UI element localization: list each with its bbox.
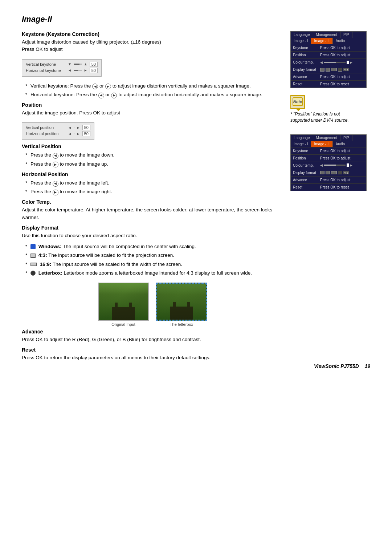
keystone-title: Keystone (Keystone Correction) xyxy=(22,31,283,37)
osd-row-position: Position Press OK to adjust xyxy=(291,51,366,58)
osd-value-keystone: Press OK to adjust xyxy=(320,46,364,50)
display-format-title: Display Format xyxy=(22,225,283,231)
vk-track xyxy=(74,64,82,65)
osd-row-advance: Advance Press OK to adjust xyxy=(291,73,366,80)
or-text: or xyxy=(99,83,104,89)
osd-menu-top: Language Management PIP Image - I Image … xyxy=(290,31,367,88)
osd-icon-sq1 xyxy=(320,68,324,72)
vk-right-arrow: ▲ xyxy=(84,62,87,66)
osd-tabs2-bottom: Image - I Image - II Audio xyxy=(291,141,366,147)
note-svg: Note xyxy=(292,97,303,107)
keystone-body: Adjust image distortion caused by tiltin… xyxy=(22,39,283,53)
reset-section: Reset Press OK to return the display par… xyxy=(22,347,283,361)
osd-tab-audio: Audio xyxy=(333,38,348,44)
position-slider-box: Vertical position ◄ ► 50 Horizontal posi… xyxy=(22,122,94,140)
osd-tab-image1: Image - I xyxy=(291,38,311,44)
color-temp-title: Color Temp. xyxy=(22,199,283,205)
letterbox-icon xyxy=(30,271,36,276)
osd-value-reset: Press OK to reset xyxy=(320,82,364,86)
letterbox-label: Letterbox: xyxy=(38,270,62,276)
vertical-position-row: Vertical position ◄ ► 50 xyxy=(26,125,90,130)
osd-icon-sq3 xyxy=(331,68,337,71)
keystone-bullets: Vertical keystone: Press the ◀ or ▶ to a… xyxy=(25,82,283,99)
vertical-position-title: Vertical Position xyxy=(22,143,283,149)
advance-body: Press OK to adjust the R (Red), G (Green… xyxy=(22,336,283,343)
osd-row-colour: Colour temp. ◀ ▶ xyxy=(291,58,366,66)
43-icon xyxy=(30,254,36,258)
169-label: 16:9: xyxy=(40,262,52,267)
letterbox-caption: The letterbox xyxy=(156,322,207,327)
hk-value: 50 xyxy=(90,68,98,73)
osd-row-advance-b: Advance Press OK to adjust xyxy=(291,176,366,183)
vertical-position-section: Vertical Position Press the ◀ to move th… xyxy=(22,143,283,168)
vertical-position-label: Vertical position xyxy=(26,125,66,130)
osd-label-reset: Reset xyxy=(293,82,320,86)
svg-text:Note: Note xyxy=(293,100,302,104)
advance-section: Advance Press OK to adjust the R (Red), … xyxy=(22,329,283,343)
osd-row-reset: Reset Press OK to reset xyxy=(291,80,366,88)
color-temp-section: Color Temp. Adjust the color temperature… xyxy=(22,199,283,221)
position-section: Position Adjust the image position. Pres… xyxy=(22,102,283,143)
keystone-section: Keystone (Keystone Correction) Adjust im… xyxy=(22,31,283,98)
osd-tabs2-top: Image - I Image - II Audio xyxy=(291,38,366,44)
osd-tabs-bottom: Language Management PIP xyxy=(291,135,366,141)
thumbnail-row: Original Input The letterbox xyxy=(22,283,283,327)
letterbox-thumb xyxy=(156,283,207,321)
page: Image-II Keystone (Keystone Correction) … xyxy=(0,0,392,380)
vk-value: 50 xyxy=(90,62,98,67)
osd-row-display-b: Display format 4:3 xyxy=(291,169,366,176)
osd-tab-management: Management xyxy=(313,32,340,38)
position-title: Position xyxy=(22,102,283,108)
osd-icon-sq2 xyxy=(326,68,330,72)
horizontal-position-title: Horizontal Position xyxy=(22,171,283,177)
right-circle-icon: ▶ xyxy=(105,84,111,89)
vk-left-arrow: ▼ xyxy=(68,62,72,66)
hk-left-arrow: ◄ xyxy=(68,68,72,72)
right-column: Language Management PIP Image - I Image … xyxy=(290,31,370,365)
osd-value-advance: Press OK to adjust xyxy=(320,75,364,79)
reset-body: Press OK to return the display parameter… xyxy=(22,354,283,361)
display-format-section: Display Format Use this function to choo… xyxy=(22,225,283,327)
horizontal-position-section: Horizontal Position Press the ◀ to move … xyxy=(22,171,283,196)
osd-tab-audio-b: Audio xyxy=(333,141,348,147)
osd-value-position: Press OK to adjust xyxy=(320,53,364,57)
osd-tabs-top: Language Management PIP xyxy=(291,32,366,38)
osd-tab-language: Language xyxy=(291,32,313,38)
page-number: 19 xyxy=(364,363,370,369)
page-footer: ViewSonic PJ755D 19 xyxy=(314,363,370,369)
hk-track xyxy=(74,70,82,71)
horizontal-position-label: Horizontal position xyxy=(26,131,66,136)
osd-icon-sq4 xyxy=(338,68,342,72)
vertical-keystone-row: Vertical keystone ▼ ▲ 50 xyxy=(26,62,98,67)
note-text: * "Position" function is not supported u… xyxy=(290,111,352,123)
osd-row-display: Display format 4:3 xyxy=(291,66,366,73)
osd-label-display: Display format xyxy=(293,68,320,72)
position-body: Adjust the image position. Press OK to a… xyxy=(22,109,283,117)
osd-label-colour: Colour temp. xyxy=(293,60,320,64)
display-format-body: Use this function to choose your desired… xyxy=(22,232,283,239)
list-item: 4:3: The input source will be scaled to … xyxy=(25,252,283,259)
reset-title: Reset xyxy=(22,347,283,353)
osd-row-keystone: Keystone Press OK to adjust xyxy=(291,44,366,51)
osd-label-keystone: Keystone xyxy=(293,46,320,50)
or-text2: or xyxy=(106,92,110,97)
windows-icon xyxy=(30,244,36,249)
vertical-keystone-label: Vertical keystone xyxy=(26,62,66,66)
advance-title: Advance xyxy=(22,329,283,335)
list-item: Press the ◀ to move the image down. xyxy=(25,151,283,159)
footer-brand: ViewSonic PJ755D xyxy=(314,363,359,369)
osd-slider-thumb xyxy=(347,61,349,64)
osd-row-reset-b: Reset Press OK to reset xyxy=(291,183,366,191)
osd-value-display: 4:3 xyxy=(320,68,364,72)
original-caption: Original Input xyxy=(98,322,149,327)
list-item: Windows: The input source will be compac… xyxy=(25,243,283,250)
original-thumb-box: Original Input xyxy=(98,283,149,327)
left-circle-icon: ◀ xyxy=(92,84,98,89)
right-circle-icon2: ▶ xyxy=(111,93,117,98)
hp-value: 50 xyxy=(82,131,90,136)
osd-menu-bottom: Language Management PIP Image - I Image … xyxy=(290,134,367,191)
43-label: 4:3: xyxy=(38,252,47,258)
169-icon xyxy=(30,263,37,266)
osd-value-colour: ◀ ▶ xyxy=(320,61,364,64)
windows-label: Windows: xyxy=(38,244,62,249)
